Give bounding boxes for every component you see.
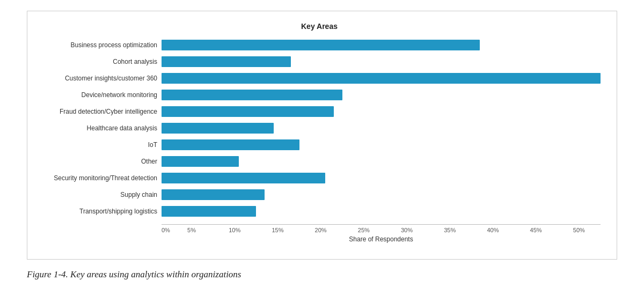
bar-track <box>162 38 601 52</box>
bar-fill <box>162 173 325 183</box>
bar-fill <box>162 156 239 167</box>
bar-label: Security monitoring/Threat detection <box>38 174 162 182</box>
bar-row: Security monitoring/Threat detection <box>38 171 601 185</box>
x-tick: 15% <box>256 227 299 233</box>
bar-row: Cohort analysis <box>38 55 601 69</box>
x-tick: 25% <box>342 227 385 233</box>
bar-track <box>162 204 601 218</box>
bar-row: Transport/shipping logistics <box>38 204 601 218</box>
bar-track <box>162 154 601 168</box>
bar-label: Other <box>38 158 162 165</box>
bar-row: IoT <box>38 138 601 152</box>
bar-label: IoT <box>38 141 162 149</box>
bar-label: Transport/shipping logistics <box>38 208 162 215</box>
x-tick: 40% <box>471 227 514 233</box>
x-tick: 5% <box>170 227 213 233</box>
x-tick: 30% <box>385 227 428 233</box>
bar-label: Healthcare data analysis <box>38 124 162 132</box>
bar-label: Fraud detection/Cyber intelligence <box>38 108 162 115</box>
x-axis-label: Share of Respondents <box>162 235 601 243</box>
bar-row: Device/network monitoring <box>38 88 601 102</box>
chart-title: Key Areas <box>38 22 601 31</box>
bar-fill <box>162 139 299 150</box>
bar-track <box>162 121 601 135</box>
bar-track <box>162 138 601 152</box>
bar-row: Supply chain <box>38 188 601 202</box>
x-tick: 45% <box>515 227 558 233</box>
bar-row: Fraud detection/Cyber intelligence <box>38 105 601 119</box>
bar-fill <box>162 56 291 67</box>
bar-track <box>162 105 601 119</box>
x-tick: 50% <box>558 227 601 233</box>
bar-track <box>162 71 601 85</box>
bar-track <box>162 171 601 185</box>
bar-fill <box>162 189 265 200</box>
bar-label: Customer insights/customer 360 <box>38 75 162 82</box>
bar-fill <box>162 73 601 84</box>
bar-fill <box>162 90 342 100</box>
bar-track <box>162 188 601 202</box>
chart-area: Business process optimizationCohort anal… <box>38 38 601 221</box>
figure-caption: Figure 1-4. Key areas using analytics wi… <box>27 269 617 280</box>
bar-label: Cohort analysis <box>38 58 162 65</box>
bar-label: Business process optimization <box>38 41 162 49</box>
x-tick: 20% <box>299 227 342 233</box>
bar-row: Business process optimization <box>38 38 601 52</box>
bar-track <box>162 88 601 102</box>
bar-fill <box>162 123 274 134</box>
bar-fill <box>162 106 334 117</box>
bar-fill <box>162 40 480 50</box>
chart-container: Key Areas Business process optimizationC… <box>27 11 617 260</box>
x-tick: 10% <box>213 227 256 233</box>
x-tick: 0% <box>162 227 170 233</box>
bar-fill <box>162 206 256 217</box>
bar-label: Supply chain <box>38 191 162 198</box>
x-tick: 35% <box>428 227 471 233</box>
bar-row: Customer insights/customer 360 <box>38 71 601 85</box>
bar-row: Healthcare data analysis <box>38 121 601 135</box>
bar-track <box>162 55 601 69</box>
bar-label: Device/network monitoring <box>38 91 162 99</box>
bar-row: Other <box>38 154 601 168</box>
x-axis: 0%5%10%15%20%25%30%35%40%45%50% <box>162 224 601 233</box>
